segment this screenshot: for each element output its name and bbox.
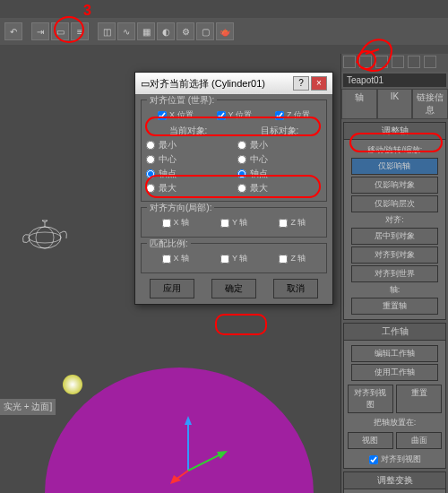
- dialog-close-button[interactable]: ×: [311, 76, 327, 91]
- move-rotate-scale-label: 移动/旋转/缩放:: [347, 144, 443, 156]
- align-to-object-button[interactable]: 对齐到对象: [351, 246, 437, 264]
- current-max-radio[interactable]: [146, 184, 155, 193]
- target-pivot-label: 轴点: [250, 168, 268, 180]
- cancel-button[interactable]: 取消: [273, 279, 318, 298]
- pivot-at-label: 把轴放置在:: [347, 417, 443, 428]
- tool-material-icon[interactable]: ◐: [157, 22, 175, 40]
- tool-render-frame-icon[interactable]: ▢: [196, 22, 214, 40]
- tab-ik[interactable]: IK: [377, 89, 413, 119]
- dialog-titlebar[interactable]: ▭ 对齐当前选择 (Cylinder01) ? ×: [135, 73, 332, 94]
- y-position-label: Y 位置: [228, 109, 252, 121]
- target-min-label: 最小: [250, 139, 268, 151]
- align-position-group-title: 对齐位置 (世界):: [147, 94, 217, 107]
- target-min-radio[interactable]: [237, 141, 246, 150]
- edit-work-axis-button[interactable]: 编辑工作轴: [351, 345, 437, 362]
- match-scale-group-title: 匹配比例:: [147, 238, 191, 250]
- svg-point-0: [29, 227, 61, 248]
- annotation-number-3: 3: [83, 3, 91, 19]
- target-max-radio[interactable]: [237, 184, 246, 193]
- center-to-object-button[interactable]: 居中到对象: [351, 228, 437, 245]
- z-position-checkbox[interactable]: [275, 111, 284, 120]
- z-axis-checkbox[interactable]: [279, 219, 288, 228]
- z-scale-label: Z 轴: [290, 253, 306, 264]
- view-button[interactable]: 视图: [348, 432, 393, 449]
- utilities-tab-icon[interactable]: [424, 56, 436, 68]
- align-dialog: ▭ 对齐当前选择 (Cylinder01) ? × 对齐位置 (世界): X 位…: [134, 72, 333, 305]
- align-label: 对齐:: [347, 214, 443, 226]
- x-scale-checkbox[interactable]: [162, 255, 171, 264]
- align-orientation-group-title: 对齐方向(局部):: [147, 202, 214, 214]
- current-object-label: 当前对象:: [146, 125, 230, 137]
- apply-button[interactable]: 应用: [150, 279, 194, 298]
- hierarchy-sub-tabs: 轴 IK 链接信息: [341, 89, 448, 119]
- reset-axis-button[interactable]: 重置轴: [351, 298, 437, 315]
- viewport-shading-label[interactable]: 实光 + 边面]: [0, 399, 56, 415]
- svg-marker-6: [217, 451, 228, 459]
- tool-layers-icon[interactable]: ≡: [71, 22, 89, 40]
- tool-align-icon[interactable]: ▭: [51, 22, 69, 40]
- align-to-view-button[interactable]: 对齐到视图: [348, 385, 393, 413]
- x-axis-checkbox[interactable]: [162, 219, 171, 228]
- x-axis-label: X 轴: [174, 217, 190, 229]
- target-object-label: 目标对象:: [237, 125, 322, 137]
- section-work-axis-header: 工作轴: [344, 324, 445, 341]
- tool-graph-icon[interactable]: ◫: [98, 22, 116, 40]
- tool-render-setup-icon[interactable]: ⚙: [177, 22, 194, 40]
- y-scale-label: Y 轴: [232, 253, 247, 264]
- z-scale-checkbox[interactable]: [279, 255, 288, 264]
- target-center-label: 中心: [250, 153, 268, 166]
- tool-undo[interactable]: ↶: [4, 22, 22, 40]
- object-name-field[interactable]: Teapot01: [343, 74, 446, 87]
- tool-curve-icon[interactable]: ∿: [117, 22, 135, 40]
- tool-schematic-icon[interactable]: ▦: [137, 22, 155, 40]
- command-panel: Teapot01 轴 IK 链接信息 调整轴 移动/旋转/缩放: 仅影响轴 仅影…: [340, 54, 448, 493]
- current-min-label: 最小: [159, 139, 177, 151]
- modify-tab-icon[interactable]: [359, 56, 372, 68]
- main-toolbar: ↶ ⇥ ▭ ≡ ◫ ∿ ▦ ◐ ⚙ ▢ 🫖: [0, 18, 448, 45]
- svg-marker-4: [185, 416, 192, 425]
- y-scale-checkbox[interactable]: [220, 255, 229, 264]
- x-scale-label: X 轴: [174, 253, 190, 264]
- dialog-help-button[interactable]: ?: [293, 76, 309, 91]
- y-axis-label: Y 轴: [232, 217, 247, 229]
- teapot-wireframe: [18, 215, 72, 251]
- current-min-radio[interactable]: [146, 141, 155, 150]
- hierarchy-tab-icon[interactable]: [375, 56, 388, 68]
- x-position-checkbox[interactable]: [158, 111, 167, 120]
- align-to-view-checkbox[interactable]: [369, 455, 378, 464]
- align-to-world-button[interactable]: 对齐到世界: [351, 265, 437, 282]
- display-tab-icon[interactable]: [408, 56, 420, 68]
- tab-link-info[interactable]: 链接信息: [412, 89, 448, 119]
- current-pivot-radio[interactable]: [146, 169, 155, 178]
- ok-button[interactable]: 确定: [211, 279, 256, 298]
- transform-gizmo[interactable]: [170, 412, 233, 484]
- affect-hierarchy-only-button[interactable]: 仅影响层次: [351, 195, 437, 212]
- z-position-label: Z 位置: [287, 109, 310, 121]
- section-adjust-transform-header: 调整变换: [344, 472, 445, 489]
- section-adjust-axis-header: 调整轴: [344, 123, 445, 140]
- current-center-label: 中心: [159, 153, 177, 166]
- align-to-view-label: 对齐到视图: [381, 454, 421, 465]
- current-max-label: 最大: [159, 182, 177, 195]
- tool-link-icon[interactable]: ⇥: [31, 22, 49, 40]
- use-work-axis-button[interactable]: 使用工作轴: [351, 364, 437, 381]
- current-center-radio[interactable]: [146, 155, 155, 164]
- create-tab-icon[interactable]: [343, 56, 356, 68]
- target-center-radio[interactable]: [237, 155, 246, 164]
- y-axis-checkbox[interactable]: [220, 219, 229, 228]
- y-position-checkbox[interactable]: [217, 111, 226, 120]
- motion-tab-icon[interactable]: [392, 56, 404, 68]
- reset-button[interactable]: 重置: [396, 385, 442, 413]
- dialog-title-text: 对齐当前选择 (Cylinder01): [150, 77, 291, 91]
- command-panel-tabs: [341, 54, 448, 72]
- surface-button[interactable]: 曲面: [396, 432, 442, 449]
- tool-render-icon[interactable]: 🫖: [216, 22, 234, 40]
- tab-axis[interactable]: 轴: [341, 89, 377, 119]
- svg-point-1: [29, 232, 61, 243]
- affect-object-only-button[interactable]: 仅影响对象: [351, 177, 437, 194]
- dialog-icon: ▭: [141, 78, 150, 90]
- target-pivot-radio[interactable]: [237, 169, 246, 178]
- sphere-light-object: [63, 375, 82, 394]
- affect-pivot-only-button[interactable]: 仅影响轴: [351, 158, 437, 175]
- x-position-label: X 位置: [169, 109, 194, 121]
